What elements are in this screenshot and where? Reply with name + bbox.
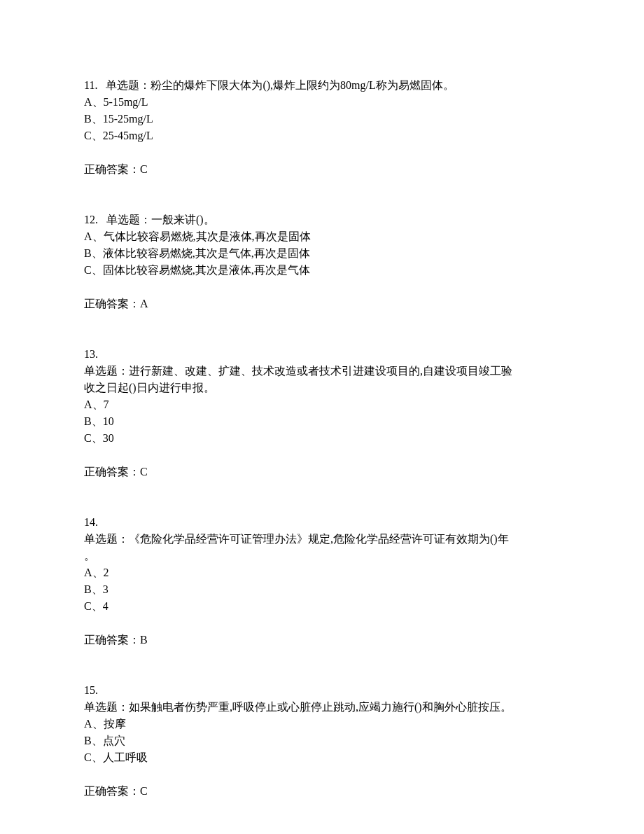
answer-line: 正确答案：C <box>84 161 560 178</box>
answer-label: 正确答案： <box>84 785 140 797</box>
question-12: 12. 单选题：一般来讲()。 A、气体比较容易燃烧,其次是液体,再次是固体 B… <box>84 211 560 312</box>
answer-label: 正确答案： <box>84 298 140 310</box>
option-c: C、4 <box>84 598 560 615</box>
question-type: 单选题： <box>84 533 129 545</box>
option-b: B、10 <box>84 413 560 430</box>
question-number: 13. <box>84 346 560 363</box>
option-b: B、液体比较容易燃烧,其次是气体,再次是固体 <box>84 245 560 262</box>
question-type: 单选题： <box>84 701 129 713</box>
question-13: 13. 单选题：进行新建、改建、扩建、技术改造或者技术引进建设项目的,自建设项目… <box>84 346 560 480</box>
option-c: C、人工呼吸 <box>84 749 560 766</box>
question-body: 《危险化学品经营许可证管理办法》规定,危险化学品经营许可证有效期为()年 <box>129 533 509 545</box>
answer-value: B <box>140 634 148 646</box>
option-a: A、按摩 <box>84 716 560 732</box>
answer-value: C <box>140 466 148 478</box>
option-a: A、7 <box>84 396 560 413</box>
question-number: 14. <box>84 514 560 531</box>
question-body-cont: 收之日起()日内进行申报。 <box>84 380 560 396</box>
answer-line: 正确答案：A <box>84 296 560 312</box>
option-a: A、5-15mg/L <box>84 94 560 111</box>
question-number: 11. <box>84 79 97 91</box>
option-b: B、点穴 <box>84 732 560 749</box>
option-a: A、气体比较容易燃烧,其次是液体,再次是固体 <box>84 228 560 245</box>
question-type: 单选题： <box>84 365 129 377</box>
question-14: 14. 单选题：《危险化学品经营许可证管理办法》规定,危险化学品经营许可证有效期… <box>84 514 560 648</box>
question-11: 11. 单选题：粉尘的爆炸下限大体为(),爆炸上限约为80mg/L称为易燃固体。… <box>84 77 560 178</box>
question-number: 12. <box>84 214 98 225</box>
question-stem: 12. 单选题：一般来讲()。 <box>84 211 560 228</box>
answer-label: 正确答案： <box>84 466 140 478</box>
answer-label: 正确答案： <box>84 634 140 646</box>
question-body: 如果触电者伤势严重,呼吸停止或心脏停止跳动,应竭力施行()和胸外心脏按压。 <box>129 701 512 713</box>
question-body: 一般来讲()。 <box>151 214 215 225</box>
answer-label: 正确答案： <box>84 163 140 175</box>
question-number: 15. <box>84 682 560 699</box>
question-body-cont: 。 <box>84 548 560 564</box>
option-c: C、25-45mg/L <box>84 127 560 144</box>
answer-line: 正确答案：B <box>84 632 560 648</box>
answer-value: C <box>140 785 148 797</box>
answer-line: 正确答案：C <box>84 464 560 480</box>
question-stem: 14. 单选题：《危险化学品经营许可证管理办法》规定,危险化学品经营许可证有效期… <box>84 514 560 564</box>
question-body: 进行新建、改建、扩建、技术改造或者技术引进建设项目的,自建设项目竣工验 <box>129 365 512 377</box>
question-body: 粉尘的爆炸下限大体为(),爆炸上限约为80mg/L称为易燃固体。 <box>150 79 454 91</box>
option-b: B、15-25mg/L <box>84 111 560 127</box>
answer-value: A <box>140 298 148 310</box>
question-15: 15. 单选题：如果触电者伤势严重,呼吸停止或心脏停止跳动,应竭力施行()和胸外… <box>84 682 560 800</box>
option-c: C、固体比较容易燃烧,其次是液体,再次是气体 <box>84 262 560 279</box>
answer-value: C <box>140 163 148 175</box>
question-type: 单选题： <box>106 79 150 91</box>
option-a: A、2 <box>84 564 560 581</box>
answer-line: 正确答案：C <box>84 783 560 800</box>
option-b: B、3 <box>84 581 560 598</box>
question-type: 单选题： <box>106 214 151 225</box>
question-stem: 15. 单选题：如果触电者伤势严重,呼吸停止或心脏停止跳动,应竭力施行()和胸外… <box>84 682 560 716</box>
option-c: C、30 <box>84 430 560 447</box>
question-stem: 11. 单选题：粉尘的爆炸下限大体为(),爆炸上限约为80mg/L称为易燃固体。 <box>84 77 560 94</box>
question-stem: 13. 单选题：进行新建、改建、扩建、技术改造或者技术引进建设项目的,自建设项目… <box>84 346 560 396</box>
